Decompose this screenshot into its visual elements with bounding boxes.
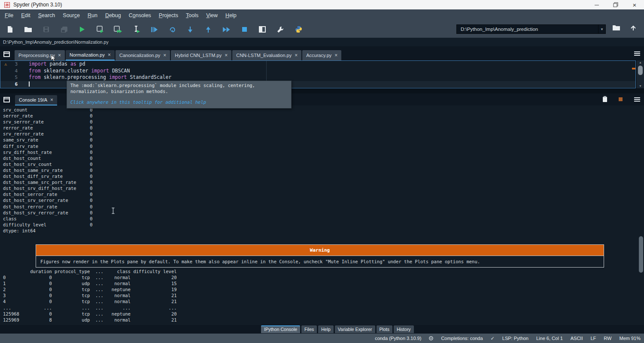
pane-tab-help[interactable]: Help bbox=[318, 325, 334, 333]
close-tab-icon[interactable]: × bbox=[225, 52, 228, 58]
warning-title: Warning bbox=[36, 245, 604, 256]
close-tab-icon[interactable]: × bbox=[295, 52, 298, 58]
text-caret bbox=[29, 81, 30, 87]
preferences-icon[interactable] bbox=[275, 24, 286, 35]
save-all-icon bbox=[58, 24, 70, 35]
continue-icon[interactable] bbox=[221, 24, 232, 35]
check-icon: ✓ bbox=[491, 336, 495, 341]
menu-edit[interactable]: Edit bbox=[17, 11, 34, 20]
status-ascii: ASCII bbox=[571, 336, 583, 341]
menu-tools[interactable]: Tools bbox=[182, 11, 202, 20]
menu-search[interactable]: Search bbox=[34, 11, 59, 20]
python-path-icon[interactable] bbox=[293, 24, 304, 35]
close-button[interactable]: × bbox=[625, 0, 644, 9]
menu-file[interactable]: File bbox=[1, 11, 17, 20]
tooltip-hint: Click anywhere in this tooltip for addit… bbox=[70, 99, 288, 105]
current-file-path: D:\Python_Imp\Anomaly_prediction\Normali… bbox=[3, 39, 109, 45]
combobox-dropdown-icon[interactable]: ▼ bbox=[598, 25, 605, 33]
tab-label: Accuracy.py bbox=[306, 53, 331, 58]
status-rw: RW bbox=[604, 336, 611, 341]
console-environment-icon[interactable] bbox=[602, 96, 608, 102]
run-file-icon[interactable] bbox=[76, 24, 88, 35]
rerun-cell-icon[interactable] bbox=[167, 24, 178, 35]
warning-message: Figures now render in the Plots pane by … bbox=[36, 256, 604, 267]
scrollbar-warning-marker bbox=[632, 68, 635, 69]
warning-icon: ⚠ bbox=[0, 61, 11, 68]
tab-label: Canonicalization.py bbox=[119, 53, 160, 58]
browse-tabs-icon[interactable] bbox=[3, 96, 10, 104]
menu-view[interactable]: View bbox=[202, 11, 222, 20]
step-into-icon[interactable] bbox=[185, 24, 196, 35]
close-tab-icon[interactable]: × bbox=[334, 52, 337, 58]
menu-source[interactable]: Source bbox=[59, 11, 84, 20]
menu-consoles[interactable]: Consoles bbox=[125, 11, 155, 20]
console-tab[interactable]: Console 19/A× bbox=[15, 95, 57, 105]
browse-directory-button[interactable] bbox=[612, 25, 620, 33]
tooltip-body: The :mod:`sklearn.preprocessing` module … bbox=[70, 83, 288, 94]
code-line[interactable]: 4from sklearn.cluster import DBSCAN bbox=[0, 68, 635, 75]
maximize-pane-icon[interactable] bbox=[257, 24, 268, 35]
menu-debug[interactable]: Debug bbox=[101, 11, 125, 20]
menu-run[interactable]: Run bbox=[84, 11, 101, 20]
close-tab-icon[interactable]: × bbox=[163, 52, 166, 58]
help-tooltip[interactable]: The :mod:`sklearn.preprocessing` module … bbox=[67, 81, 292, 108]
close-tab-icon[interactable]: × bbox=[108, 52, 111, 58]
browse-tabs-icon[interactable] bbox=[3, 51, 10, 59]
dataframe-output: duration protocol_type ... class difficu… bbox=[3, 268, 177, 323]
working-directory-combobox[interactable]: D:\Python_Imp\Anomaly_prediction ▼ bbox=[456, 24, 606, 34]
pane-tab-history[interactable]: History bbox=[394, 325, 414, 333]
minimize-button[interactable] bbox=[587, 0, 606, 9]
status-line: Line 6, Col 1 bbox=[536, 336, 563, 341]
code-line[interactable]: ⚠3import pandas as pd bbox=[0, 61, 635, 68]
editor-tab-cnn-lstm-evaluation-py[interactable]: CNN-LSTM_Evaluation.py× bbox=[232, 50, 301, 60]
new-file-icon[interactable] bbox=[4, 24, 15, 35]
open-file-icon[interactable] bbox=[22, 24, 33, 35]
title-bar: Spyder (Python 3.10) × bbox=[0, 0, 644, 9]
mouse-cursor bbox=[51, 54, 57, 64]
editor-tab-hybrid-cnn-lstm-py[interactable]: Hybrid CNN_LSTM.py× bbox=[171, 50, 231, 60]
editor-scrollbar[interactable]: ▲ ▼ bbox=[637, 60, 644, 88]
pane-tab-plots[interactable]: Plots bbox=[377, 325, 392, 333]
run-selection-icon[interactable] bbox=[131, 24, 142, 35]
scroll-up-icon[interactable]: ▲ bbox=[637, 60, 644, 65]
window-title: Spyder (Python 3.10) bbox=[13, 2, 62, 8]
editor-tab-preprocessing-py[interactable]: Preprocessing.py× bbox=[15, 50, 65, 60]
close-tab-icon[interactable]: × bbox=[50, 97, 53, 103]
console-options-menu-icon[interactable] bbox=[634, 97, 641, 102]
step-return-icon[interactable] bbox=[203, 24, 214, 35]
pane-tab-ipython-console[interactable]: IPython Console bbox=[261, 325, 300, 333]
menu-help[interactable]: Help bbox=[222, 11, 240, 20]
series-output: srv_count 0 serror_rate 0 srv_serror_rat… bbox=[3, 107, 93, 234]
tab-label: Console 19/A bbox=[19, 97, 47, 102]
editor-scrollbar-thumb[interactable] bbox=[638, 66, 643, 75]
close-tab-icon[interactable]: × bbox=[58, 52, 61, 58]
code-line[interactable]: 5from sklearn.preprocessing import Stand… bbox=[0, 74, 635, 81]
text-cursor bbox=[111, 208, 115, 216]
ipython-console-output[interactable]: srv_count 0 serror_rate 0 srv_serror_rat… bbox=[0, 105, 644, 325]
stop-icon[interactable] bbox=[239, 24, 250, 35]
run-cell-advance-icon[interactable] bbox=[112, 24, 124, 35]
status-completions: Completions: conda bbox=[441, 336, 483, 341]
editor-options-menu-icon[interactable] bbox=[634, 50, 641, 58]
restore-button[interactable] bbox=[606, 0, 625, 9]
pane-tab-files[interactable]: Files bbox=[301, 325, 317, 333]
status-lf: LF bbox=[590, 336, 596, 341]
editor-tab-normalization-py[interactable]: Normalization.py× bbox=[66, 50, 115, 60]
editor-tab-accuracy-py[interactable]: Accuracy.py× bbox=[302, 50, 341, 60]
pane-tab-variable-explorer[interactable]: Variable Explorer bbox=[335, 325, 375, 333]
console-scrollbar-thumb[interactable] bbox=[639, 236, 643, 273]
tab-label: Normalization.py bbox=[70, 52, 105, 57]
run-cell-icon[interactable] bbox=[94, 24, 106, 35]
interrupt-kernel-icon[interactable] bbox=[619, 97, 623, 101]
line-number: 5 bbox=[11, 74, 18, 81]
tab-label: Hybrid CNN_LSTM.py bbox=[175, 53, 222, 58]
debug-file-icon[interactable] bbox=[149, 24, 160, 35]
parent-directory-button[interactable] bbox=[630, 25, 636, 33]
file-path-bar: D:\Python_Imp\Anomaly_prediction\Normali… bbox=[0, 38, 644, 46]
tab-label: Preprocessing.py bbox=[18, 53, 55, 58]
editor-tab-canonicalization-py[interactable]: Canonicalization.py× bbox=[115, 50, 170, 60]
status-lsp: LSP: Python bbox=[502, 336, 529, 341]
scroll-down-icon[interactable]: ▼ bbox=[637, 84, 644, 88]
menu-projects[interactable]: Projects bbox=[155, 11, 182, 20]
code-text: from sklearn.preprocessing import Standa… bbox=[18, 74, 171, 81]
